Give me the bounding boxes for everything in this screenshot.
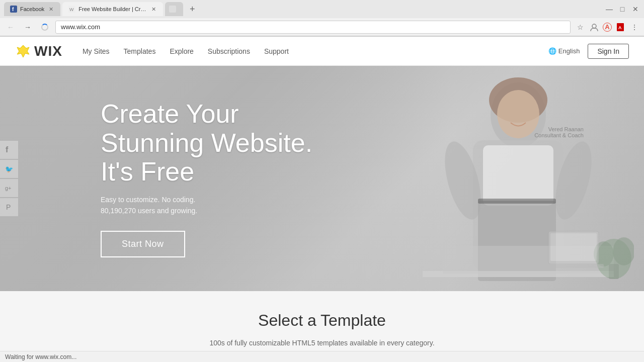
hero-subtitle: Easy to customize. No coding. 80,190,270…	[101, 194, 312, 217]
template-section-title: Select a Template	[0, 311, 644, 330]
wix-logo-text: WIX	[34, 43, 62, 59]
template-subtitle-line1: 100s of fully customizable HTML5 templat…	[209, 339, 434, 347]
svg-rect-29	[550, 233, 597, 261]
browser-titlebar: f Facebook ✕ W Free Website Builder | Cr…	[0, 0, 644, 18]
wix-nav-right: English Sign In	[548, 44, 629, 59]
tab-facebook[interactable]: f Facebook ✕	[4, 2, 60, 16]
tab-empty[interactable]	[165, 2, 183, 16]
page-content: WIX My Sites Templates Explore Subscript…	[0, 37, 644, 362]
address-text: www.wix.com	[61, 23, 100, 31]
social-sidebar: f 🐦 g+ P	[0, 141, 18, 216]
toolbar-icons: ☆ A A ⋮	[575, 22, 640, 33]
svg-rect-21	[478, 199, 556, 204]
svg-text:f: f	[6, 145, 9, 154]
svg-rect-30	[543, 264, 604, 268]
forward-button[interactable]: →	[21, 21, 34, 34]
hero-title-line1: Create Your	[101, 99, 239, 128]
hero-subtitle-line2: 80,190,270 users and growing.	[101, 207, 197, 215]
sign-in-button[interactable]: Sign In	[588, 44, 629, 59]
googleplus-social-button[interactable]: g+	[0, 179, 18, 197]
loading-spinner	[41, 24, 48, 31]
start-now-button[interactable]: Start Now	[101, 231, 185, 257]
new-tab-button[interactable]: +	[185, 2, 199, 16]
laptop-decoration	[543, 229, 604, 271]
maximize-button[interactable]: □	[618, 5, 627, 14]
tab-facebook-label: Facebook	[20, 6, 44, 12]
wix-nav-links: My Sites Templates Explore Subscriptions…	[83, 47, 548, 55]
window-controls: — □ ✕	[605, 5, 640, 14]
svg-text:W: W	[69, 7, 74, 12]
tab-facebook-close[interactable]: ✕	[47, 6, 54, 13]
status-bar: Waiting for www.wix.com...	[0, 351, 644, 362]
hero-title-line3: It's Free	[101, 157, 194, 186]
svg-point-18	[497, 90, 539, 138]
language-label: English	[558, 47, 580, 55]
svg-point-27	[613, 237, 634, 265]
tab-wix-label: Free Website Builder | Cre...	[78, 6, 147, 12]
browser-toolbar: ← → www.wix.com ☆ A A ⋮	[0, 18, 644, 36]
hero-title: Create Your Stunning Website. It's Free	[101, 100, 312, 186]
hero-subtitle-line1: Easy to customize. No coding.	[101, 196, 195, 204]
address-bar[interactable]: www.wix.com	[55, 21, 571, 34]
nav-subscriptions[interactable]: Subscriptions	[208, 47, 250, 55]
hero-title-line2: Stunning Website.	[101, 128, 312, 157]
svg-text:g+: g+	[5, 185, 12, 191]
acrobat-icon[interactable]: A	[615, 22, 626, 33]
language-selector[interactable]: English	[548, 47, 580, 55]
close-button[interactable]: ✕	[631, 5, 640, 14]
svg-text:🐦: 🐦	[5, 165, 14, 173]
nav-support[interactable]: Support	[264, 47, 289, 55]
user-icon[interactable]	[589, 22, 600, 33]
back-button[interactable]: ←	[4, 21, 17, 34]
facebook-social-button[interactable]: f	[0, 141, 18, 159]
status-text: Waiting for www.wix.com...	[5, 353, 76, 360]
wix-logo[interactable]: WIX	[15, 43, 62, 59]
hero-person-label: Vered Raanan Consultant & Coach	[534, 126, 584, 138]
reload-button[interactable]	[38, 21, 51, 34]
person-name: Vered Raanan	[534, 126, 584, 132]
svg-text:A: A	[618, 25, 622, 30]
wix-favicon: W	[68, 6, 75, 13]
facebook-favicon: f	[10, 6, 17, 13]
svg-rect-4	[169, 6, 176, 13]
wix-logo-icon	[15, 43, 31, 59]
wix-nav: WIX My Sites Templates Explore Subscript…	[0, 37, 644, 66]
svg-rect-19	[483, 145, 553, 206]
hero-section: f 🐦 g+ P Create Your	[0, 66, 644, 291]
twitter-social-button[interactable]: 🐦	[0, 160, 18, 178]
pinterest-social-button[interactable]: P	[0, 198, 18, 216]
svg-marker-8	[17, 45, 29, 57]
svg-text:P: P	[6, 203, 11, 211]
minimize-button[interactable]: —	[605, 5, 614, 14]
tab-wix[interactable]: W Free Website Builder | Cre... ✕	[62, 2, 163, 16]
nav-explore[interactable]: Explore	[170, 47, 193, 55]
browser-chrome: f Facebook ✕ W Free Website Builder | Cr…	[0, 0, 644, 37]
nav-my-sites[interactable]: My Sites	[83, 47, 110, 55]
adblock-icon[interactable]: A	[603, 23, 612, 32]
tab-empty-icon	[169, 6, 176, 13]
bookmark-star-icon[interactable]: ☆	[575, 22, 586, 33]
hero-content: Create Your Stunning Website. It's Free …	[101, 100, 312, 257]
extensions-icon[interactable]: ⋮	[629, 22, 640, 33]
svg-point-5	[592, 24, 596, 28]
person-title: Consultant & Coach	[534, 132, 584, 138]
tab-wix-close[interactable]: ✕	[150, 6, 157, 13]
nav-templates[interactable]: Templates	[124, 47, 156, 55]
globe-icon	[548, 47, 556, 55]
